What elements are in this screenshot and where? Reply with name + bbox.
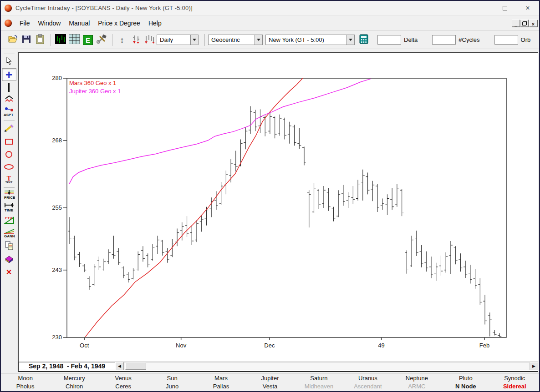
price-chart[interactable]: 280268255243230OctNovDec49FebMars 360 Ge… — [19, 53, 539, 362]
chevron-down-icon[interactable] — [190, 35, 198, 45]
menu-item-window[interactable]: Window — [34, 18, 65, 29]
chevron-down-icon[interactable] — [255, 35, 262, 45]
open-file-button[interactable] — [6, 34, 19, 46]
book-tool[interactable] — [2, 253, 16, 266]
tools-icon — [96, 34, 107, 46]
mdi-window-controls: _ × — [512, 20, 537, 27]
scroll-right-button[interactable]: ▶ — [530, 362, 538, 370]
menu-bar: FileWindowManualPrice x DegreeHelp _ × — [1, 15, 539, 31]
minimize-button[interactable] — [471, 1, 494, 15]
zodiac-combo[interactable]: Geocentric — [208, 35, 263, 45]
rectangle-tool[interactable] — [2, 135, 16, 148]
mdi-restore-icon — [522, 21, 527, 25]
ellipse-tool[interactable] — [2, 161, 16, 173]
planet-toggle-sidereal[interactable]: Sidereal — [503, 382, 526, 391]
planet-toggle-pluto[interactable]: Pluto — [459, 374, 473, 382]
period-combo[interactable]: Daily — [157, 35, 199, 45]
planet-toggle-saturn[interactable]: Saturn — [310, 374, 327, 382]
pencil-tool[interactable] — [2, 122, 16, 135]
delta-field[interactable] — [377, 35, 401, 45]
planet-toggle-vesta[interactable]: Vesta — [263, 382, 278, 391]
planet-toggle-mars[interactable]: Mars — [214, 374, 228, 382]
menu-item-file[interactable]: File — [15, 18, 34, 29]
scale-updown-button[interactable]: ↕ — [116, 34, 128, 46]
planet-toggle-neptune[interactable]: Neptune — [406, 374, 428, 382]
planet-toggle-jupiter[interactable]: Jupiter — [261, 374, 279, 382]
calculator-button[interactable] — [357, 34, 370, 46]
price-tool[interactable]: PRICE — [2, 189, 16, 202]
orb-field[interactable] — [494, 35, 518, 45]
crosshair-tool[interactable]: + — [2, 68, 16, 81]
menu-item-price-x-degree[interactable]: Price x Degree — [94, 18, 144, 29]
zigzag-tool[interactable] — [2, 94, 16, 106]
child-window-icon[interactable] — [5, 20, 12, 27]
planet-toggle-pallas[interactable]: Pallas — [213, 382, 229, 391]
planet-toggle-synodic[interactable]: Synodic — [504, 374, 525, 382]
planet-toggle-uranus[interactable]: Uranus — [358, 374, 377, 382]
planet-column-uranus: UranusAscendant — [343, 373, 392, 391]
time-tool[interactable]: TIME — [2, 202, 16, 215]
text-tool[interactable]: TTEXT — [2, 173, 16, 186]
aspect-tool[interactable]: ASPT — [2, 106, 16, 119]
close-button[interactable]: × — [516, 1, 539, 15]
cycle-bars-button[interactable] — [143, 34, 156, 46]
planet-toggle-mercury[interactable]: Mercury — [64, 374, 85, 382]
planet-toggle-juno[interactable]: Juno — [166, 382, 178, 391]
planet-toggle-pholus[interactable]: Pholus — [16, 382, 35, 391]
minimize-icon — [480, 8, 485, 8]
ptv-tool[interactable]: PTV — [2, 215, 16, 227]
cycles-field-label: #Cycles — [458, 36, 479, 43]
gann-tool[interactable]: GANN — [2, 227, 16, 240]
time-icon: TIME — [3, 202, 15, 214]
delete-tool[interactable]: × — [2, 266, 16, 278]
price-arrows-button[interactable] — [129, 34, 142, 46]
planet-toggle-venus[interactable]: Venus — [115, 374, 132, 382]
vertical-line-tool[interactable] — [2, 81, 16, 94]
chart-button[interactable] — [54, 34, 67, 46]
drawing-toolbar: +ASPTTTEXTPRICETIMEPTVGANN× — [1, 51, 17, 372]
circle-tool[interactable] — [2, 148, 16, 161]
planet-column-saturn: SaturnMidheaven — [295, 373, 343, 391]
planet-toggle-ascendant[interactable]: Ascendant — [354, 382, 382, 391]
ephemeris-icon: E — [83, 35, 93, 45]
toolbar: E↕DailyGeocentricNew York (GT - 5:00)Del… — [1, 31, 539, 49]
calculator-icon — [359, 34, 369, 46]
menu-item-help[interactable]: Help — [144, 18, 166, 29]
mdi-minimize-button[interactable]: _ — [512, 20, 520, 27]
grid-button[interactable] — [68, 34, 81, 46]
planet-toggle-ceres[interactable]: Ceres — [115, 382, 131, 391]
tools-button[interactable] — [95, 34, 108, 46]
pointer-tool[interactable] — [2, 55, 16, 68]
chart-scrollbar-row: Sep 2, 1948 - Feb 4, 1949 ◀ ▶ — [19, 362, 538, 370]
planet-toggle-chiron[interactable]: Chiron — [66, 382, 83, 391]
planet-toggle-midheaven[interactable]: Midheaven — [305, 382, 334, 391]
cycles-field[interactable] — [432, 35, 456, 45]
planet-toggle-armc[interactable]: ARMC — [408, 382, 425, 391]
crosshair-icon: + — [5, 70, 12, 79]
chevron-down-icon[interactable] — [346, 35, 354, 45]
ephemeris-button[interactable]: E — [82, 34, 94, 46]
planet-column-jupiter: JupiterVesta — [245, 373, 294, 391]
planet-toggle-n-node[interactable]: N Node — [455, 382, 476, 391]
scroll-left-button[interactable]: ◀ — [115, 362, 124, 370]
vertical-line-icon — [8, 83, 10, 92]
maximize-button[interactable] — [494, 1, 516, 15]
scrollbar-track[interactable] — [124, 362, 530, 370]
mdi-close-button[interactable]: × — [529, 20, 537, 27]
planet-toggle-sun[interactable]: Sun — [167, 374, 178, 382]
circle-icon — [5, 151, 12, 158]
paste-button[interactable] — [34, 34, 46, 46]
planet-toggle-moon[interactable]: Moon — [18, 374, 33, 382]
copy-tool[interactable] — [2, 240, 16, 253]
cycletimer-window: CycleTimer Intraday - [SOYBEANS - Daily … — [0, 0, 540, 392]
y-tick-label: 280 — [52, 75, 62, 81]
zodiac-combo-value: Geocentric — [209, 36, 255, 43]
menu-item-manual[interactable]: Manual — [65, 18, 94, 29]
location-combo[interactable]: New York (GT - 5:00) — [265, 35, 355, 45]
mdi-restore-button[interactable] — [520, 20, 529, 27]
scrollbar-thumb[interactable] — [125, 362, 146, 370]
main-area: +ASPTTTEXTPRICETIMEPTVGANN× 280268255243… — [1, 49, 539, 374]
grid-icon — [69, 34, 80, 46]
period-combo-value: Daily — [157, 36, 190, 43]
save-button[interactable] — [20, 34, 33, 46]
